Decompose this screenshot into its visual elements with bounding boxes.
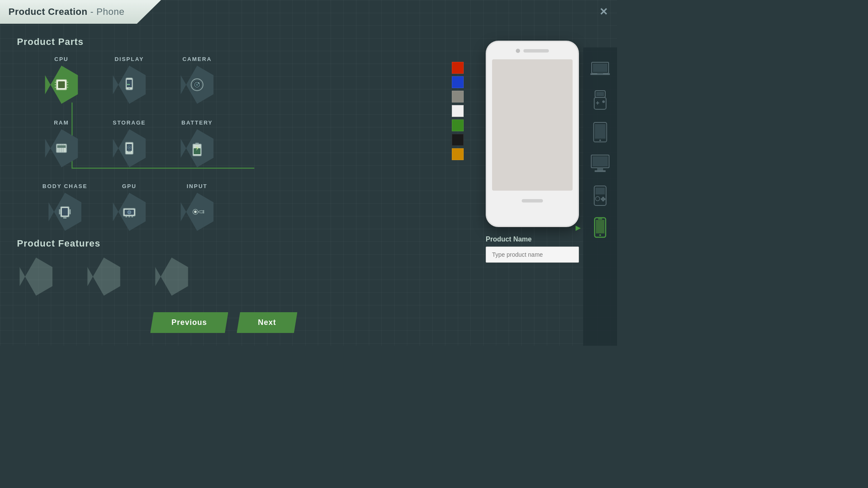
svg-rect-71 [596,220,604,233]
color-swatch-green[interactable] [452,119,464,131]
svg-rect-73 [598,219,602,219]
side-device-retro[interactable] [587,183,613,208]
product-name-input[interactable] [486,247,579,263]
svg-rect-55 [597,101,598,105]
part-display[interactable]: DISPLAY ▶▶ [110,56,148,104]
svg-point-27 [129,147,130,148]
svg-rect-35 [63,217,67,219]
feature-slot-1[interactable] [17,258,55,296]
product-name-label: Product Name [486,236,579,243]
svg-point-58 [599,139,601,141]
side-panel: ▶ [583,47,617,346]
part-battery[interactable]: BATTERY [178,119,216,167]
svg-rect-51 [596,92,604,96]
svg-rect-40 [131,216,133,217]
left-panel: Product Parts CPU [0,24,448,346]
svg-point-65 [595,197,600,201]
main-content: Product Parts CPU [0,24,617,346]
svg-point-44 [203,210,204,212]
previous-button[interactable]: Previous [150,312,228,333]
svg-rect-22 [57,145,66,148]
parts-container: CPU DISPLAY [17,56,254,234]
phone-camera [516,49,520,53]
part-storage[interactable]: STORAGE [110,119,148,167]
display-icon: ▶▶ [120,75,139,94]
ram-icon [52,139,71,158]
feature-slot-3[interactable] [153,258,191,296]
handheld-icon [590,90,611,111]
svg-rect-10 [128,88,130,89]
features-section: Product Features [17,238,431,296]
battery-icon [188,139,206,158]
gpu-icon [120,202,139,221]
part-camera[interactable]: CAMERA [178,56,216,104]
svg-point-45 [203,212,204,214]
features-section-title: Product Features [17,238,431,249]
color-swatch-orange[interactable] [452,148,464,160]
storage-icon [120,139,139,158]
svg-rect-25 [128,151,131,152]
page-title: Product Creation - Phone [8,6,125,17]
svg-rect-32 [59,209,61,214]
laptop-icon [590,58,611,79]
svg-rect-47 [593,64,607,72]
desktop-icon [590,153,611,175]
close-button[interactable]: ✕ [595,3,612,20]
side-device-handheld[interactable] [587,88,613,113]
part-body-chase[interactable]: BODY CHASE [42,183,87,231]
cpu-icon [51,75,72,95]
phone-speaker [523,49,549,53]
phone-preview [486,41,579,227]
phone-home-button [522,199,543,202]
svg-point-15 [196,83,198,86]
svg-rect-62 [595,170,606,172]
svg-point-72 [599,234,601,236]
product-name-section: Product Name [486,236,579,263]
part-ram[interactable]: RAM [42,119,81,167]
color-swatch-black[interactable] [452,134,464,146]
svg-rect-52 [594,97,606,109]
svg-rect-33 [69,209,71,214]
svg-rect-61 [597,168,603,170]
svg-rect-64 [595,188,605,194]
side-device-laptop[interactable] [587,56,613,81]
parts-section-title: Product Parts [17,36,431,47]
svg-rect-29 [195,143,199,144]
part-gpu[interactable]: GPU [110,183,148,231]
play-indicator: ▶ [576,224,581,232]
svg-rect-49 [597,73,603,74]
features-grid [17,258,431,296]
input-icon [188,202,206,221]
nav-buttons: Previous Next [150,312,297,333]
svg-point-41 [128,211,131,214]
svg-point-53 [602,100,605,103]
color-swatch-white[interactable] [452,105,464,117]
part-cpu[interactable]: CPU [42,56,81,104]
svg-rect-57 [595,124,606,139]
svg-rect-60 [593,156,608,166]
retro-handheld-icon [590,185,611,206]
color-swatch-blue[interactable] [452,76,464,88]
side-device-desktop[interactable] [587,151,613,177]
color-swatch-gray[interactable] [452,91,464,103]
svg-text:▶▶: ▶▶ [127,83,131,86]
svg-rect-39 [128,216,130,217]
camera-icon [187,75,207,95]
active-phone-icon [590,217,611,238]
svg-rect-38 [125,216,127,217]
svg-rect-1 [58,81,65,88]
tablet-icon [590,122,611,143]
phone-top-area [516,49,549,53]
svg-point-16 [198,83,200,84]
svg-rect-34 [62,208,68,216]
part-input[interactable]: INPUT [178,183,216,231]
phone-screen [492,59,573,191]
svg-point-68 [601,198,603,200]
feature-slot-2[interactable] [85,258,123,296]
side-device-tablet[interactable] [587,119,613,145]
side-device-phone[interactable]: ▶ [587,215,613,240]
color-swatch-red[interactable] [452,62,464,74]
next-button[interactable]: Next [237,312,298,333]
body-chase-icon [56,202,74,221]
color-swatches [452,62,464,160]
